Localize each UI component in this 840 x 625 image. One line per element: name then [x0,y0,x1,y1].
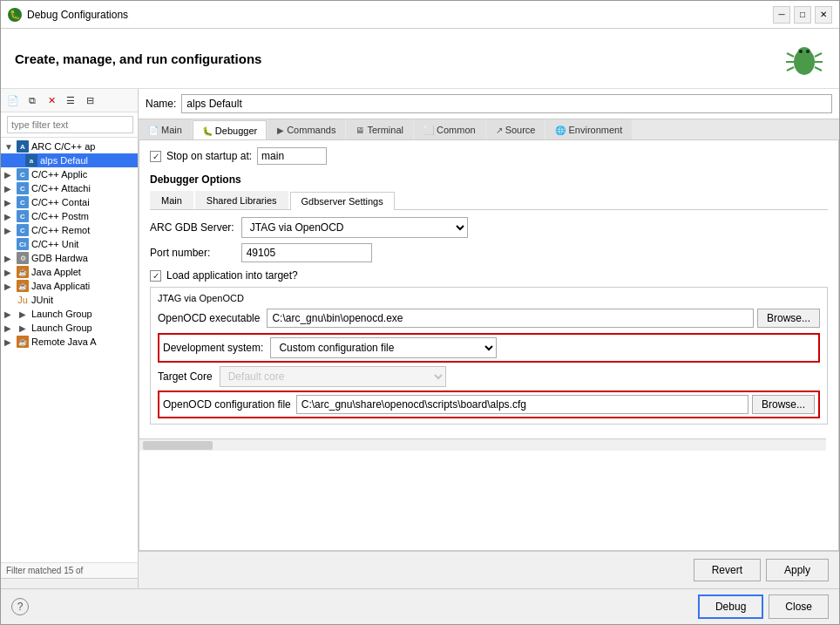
sidebar: 📄 ⧉ ✕ ☰ ⊟ ▼ A ARC C/C++ ap a alps Defau [1,89,139,588]
openocd-exe-label: OpenOCD executable [158,312,260,324]
tree-item-launch2[interactable]: ▶ ▶ Launch Group [1,321,138,335]
target-core-label: Target Core [158,370,213,383]
openocd-config-browse-button[interactable]: Browse... [752,395,815,414]
tree-item-cpp-unit[interactable]: Ci C/C++ Unit [1,237,138,251]
svg-point-8 [799,50,803,53]
filter-area [1,112,138,138]
arc-sub-icon: a [25,154,37,166]
svg-line-5 [815,53,822,57]
tree-item-cpp-applic[interactable]: ▶ C C/C++ Applic [1,167,138,181]
tree-item-label: GDB Hardwa [31,253,88,263]
java-icon: ☕ [17,280,29,292]
tree-item-alps-default[interactable]: a alps Defaul [1,153,138,167]
tab-terminal[interactable]: 🖥 Terminal [346,119,413,139]
tab-debugger[interactable]: 🐛 Debugger [193,120,267,140]
tree-item-cpp-remote[interactable]: ▶ C C/C++ Remot [1,223,138,237]
dev-system-row: Development system: Custom configuration… [158,333,820,363]
new-config-button[interactable]: 📄 [4,92,22,109]
tree-item-junit[interactable]: Ju JUnit [1,293,138,307]
tree-item-java-applic[interactable]: ▶ ☕ Java Applicati [1,279,138,293]
h-scrollbar-thumb [143,441,213,450]
tree-item-label: Launch Group [31,309,92,319]
tree-item-remote-java[interactable]: ▶ ☕ Remote Java A [1,335,138,349]
name-input[interactable] [181,94,832,113]
collapse-button[interactable]: ⊟ [81,92,98,109]
main-content: 📄 ⧉ ✕ ☰ ⊟ ▼ A ARC C/C++ ap a alps Defau [1,89,839,588]
apply-button[interactable]: Apply [766,559,829,581]
filter-input[interactable] [7,116,133,133]
tab-terminal-label: Terminal [367,125,403,135]
tree-item-cpp-contai[interactable]: ▶ C C/C++ Contai [1,195,138,209]
commands-tab-icon: ▶ [277,126,284,135]
name-row: Name: [139,89,839,119]
source-tab-icon: ↗ [496,126,503,135]
tabs-bar: 📄 Main 🐛 Debugger ▶ Commands 🖥 Terminal … [139,119,839,140]
duplicate-button[interactable]: ⧉ [24,92,41,109]
tree-item-cpp-postm[interactable]: ▶ C C/C++ Postm [1,209,138,223]
maximize-button[interactable]: □ [794,6,811,24]
delete-button[interactable]: ✕ [43,92,60,109]
launch-icon2: ▶ [17,322,29,334]
revert-button[interactable]: Revert [694,559,761,581]
tree-item-label: alps Defaul [40,155,88,166]
tree-item-label: Launch Group [31,323,92,333]
tab-main[interactable]: 📄 Main [139,119,192,139]
app-icon: 🐛 [8,8,22,22]
sidebar-footer: Filter matched 15 of [1,562,138,578]
openocd-exe-browse-button[interactable]: Browse... [757,309,820,328]
arc-gdb-select[interactable]: JTAG via OpenOCD nsim custom [241,217,468,238]
tree-item-label: C/C++ Applic [31,169,87,180]
close-button[interactable]: ✕ [815,6,832,24]
tree-item-cpp-attach[interactable]: ▶ C C/C++ Attachi [1,181,138,195]
header-section: Create, manage, and run configurations [1,29,839,89]
tree-item-label: ARC C/C++ ap [31,141,95,152]
minimize-button[interactable]: ─ [773,6,790,24]
page-title: Create, manage, and run configurations [15,51,261,66]
tab-debugger-label: Debugger [215,126,257,136]
tab-commands[interactable]: ▶ Commands [268,119,345,139]
stop-startup-input[interactable] [257,147,327,165]
target-core-row: Target Core Default core [158,366,820,387]
tab-common[interactable]: ⬜ Common [414,119,485,139]
debug-button[interactable]: Debug [698,594,763,619]
sub-tab-gdbserver[interactable]: Gdbserver Settings [290,192,395,210]
help-button[interactable]: ? [11,598,29,615]
openocd-config-row: OpenOCD configuration file Browse... [158,391,820,418]
tree-item-label: Java Applicati [31,281,90,291]
sidebar-hscrollbar[interactable] [1,578,138,588]
filter-button[interactable]: ☰ [62,92,79,109]
sub-tab-shared-libs[interactable]: Shared Libraries [195,191,288,209]
port-number-input[interactable] [241,243,372,262]
action-row: Revert Apply [139,551,839,588]
tree-item-launch1[interactable]: ▶ ▶ Launch Group [1,307,138,321]
tab-commands-label: Commands [287,125,335,135]
sub-tab-main[interactable]: Main [150,191,193,209]
main-tab-icon: 📄 [148,126,159,135]
gdb-icon: ⚙ [17,252,29,264]
tree-item-java-applet[interactable]: ▶ ☕ Java Applet [1,265,138,279]
dev-system-select[interactable]: Custom configuration file EM Starter Kit… [270,337,497,358]
tab-source[interactable]: ↗ Source [486,119,545,139]
name-label: Name: [146,98,176,110]
expand-icon: ▶ [4,254,15,263]
tree-view: ▼ A ARC C/C++ ap a alps Defaul ▶ C C/C++… [1,138,138,562]
bug-icon [783,37,825,79]
bottom-bar: ? Debug Close [1,588,839,624]
close-button-bottom[interactable]: Close [769,594,829,619]
tree-item-label: C/C++ Remot [31,225,90,235]
c-icon: C [17,196,29,208]
svg-line-2 [787,53,794,57]
tree-item-gdb[interactable]: ▶ ⚙ GDB Hardwa [1,251,138,265]
tab-environment[interactable]: 🌐 Environment [545,119,632,139]
tree-item-arc-cpp[interactable]: ▼ A ARC C/C++ ap [1,139,138,153]
jtag-section: JTAG via OpenOCD OpenOCD executable Brow… [150,287,828,425]
openocd-exe-input[interactable] [267,309,754,328]
arc-gdb-select-wrapper: JTAG via OpenOCD nsim custom [241,217,828,238]
debugger-tab-icon: 🐛 [202,126,213,136]
load-app-checkbox[interactable] [150,270,161,282]
expand-icon: ▼ [4,142,15,152]
h-scrollbar[interactable] [139,438,826,451]
openocd-config-input[interactable] [296,395,749,414]
target-core-select: Default core [220,366,446,387]
stop-startup-checkbox[interactable] [150,151,161,162]
